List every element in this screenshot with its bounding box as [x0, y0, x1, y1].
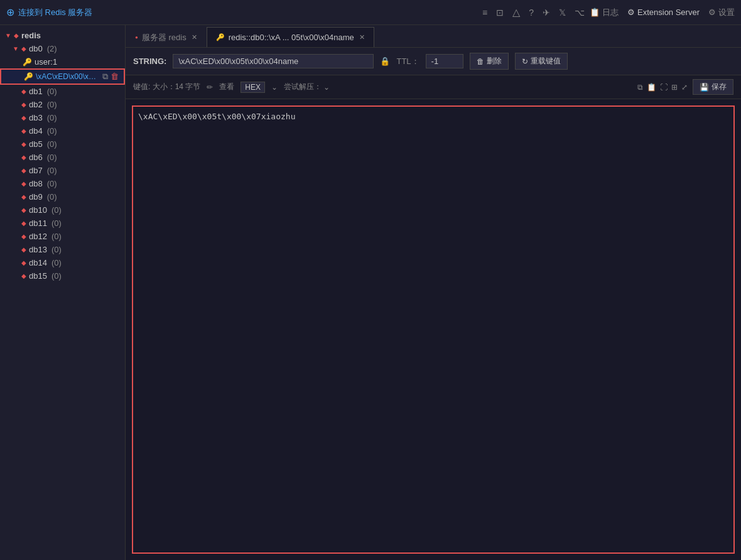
db-count: (0) [47, 100, 57, 109]
server-tab-label: 服务器 redis [142, 32, 187, 43]
db-label: db9 [29, 192, 43, 202]
sidebar-item-key-highlighted[interactable]: 🔑 \xAC\xED\x00\x05t\x00\x04nam ⧉ 🗑 [0, 68, 125, 85]
db-diamond-icon: ◆ [21, 259, 26, 266]
sidebar-item-db2[interactable]: ◆ db2 (0) [0, 98, 125, 111]
db-diamond-icon: ◆ [21, 167, 26, 174]
settings-button[interactable]: ⚙ 设置 [708, 7, 735, 18]
ttl-input[interactable] [426, 54, 463, 68]
toolbar-icon-group: ≡ ⊡ △ ? ✈ 𝕏 ⌥ [482, 6, 585, 18]
key-icon-user1: 🔑 [23, 58, 32, 67]
copy-key-icon[interactable]: ⧉ [102, 72, 108, 82]
tab-server[interactable]: ● 服务器 redis ✕ [126, 27, 207, 47]
sidebar-item-db6[interactable]: ◆ db6 (0) [0, 151, 125, 164]
key-info-bar: 键值: 大小：14 字节 ✏ 查看 HEX ⌄ 尝试解压： ⌄ ⧉ 📋 ⛶ ⊞ … [126, 75, 741, 99]
icon-group: ⧉ 📋 ⛶ ⊞ ⤢ [637, 83, 688, 92]
key-info-right: ⧉ 📋 ⛶ ⊞ ⤢ 💾 保存 [637, 79, 733, 95]
value-textarea[interactable]: \xAC\xED\x00\x05t\x00\x07xiaozhu [132, 105, 735, 554]
sidebar-item-db4[interactable]: ◆ db4 (0) [0, 124, 125, 137]
db-label: db10 [29, 205, 47, 215]
save-icon: 💾 [700, 83, 709, 92]
fullscreen-icon[interactable]: ⛶ [660, 83, 668, 92]
db0-label: db0 [29, 44, 43, 53]
delete-button[interactable]: 🗑 删除 [470, 53, 509, 70]
size-info: 键值: 大小：14 字节 [133, 82, 200, 92]
settings-label: 设置 [718, 7, 735, 18]
menu-icon[interactable]: ≡ [482, 8, 487, 18]
twitter-icon[interactable]: 𝕏 [559, 8, 566, 18]
view-hex[interactable]: HEX [241, 82, 265, 93]
sidebar-item-db14[interactable]: ◆ db14 (0) [0, 256, 125, 269]
sidebar-item-db12[interactable]: ◆ db12 (0) [0, 230, 125, 243]
extension-server-button[interactable]: ⚙ Extension Server [627, 8, 700, 17]
delete-icon: 🗑 [477, 57, 484, 66]
copy-value-icon[interactable]: ⧉ [637, 83, 643, 92]
sidebar-item-db0[interactable]: ▼ ◆ db0 (2) [0, 42, 125, 55]
db-count: (0) [47, 126, 57, 136]
sidebar-item-redis[interactable]: ▼ ◆ redis [0, 29, 125, 42]
lock-icon: 🔒 [380, 57, 390, 66]
toolbar: ⊕ 连接到 Redis 服务器 ≡ ⊡ △ ? ✈ 𝕏 ⌥ 📋 日志 ⚙ Ext… [0, 0, 741, 25]
edit-icon[interactable]: ✏ [207, 83, 213, 92]
log-button[interactable]: 📋 日志 [590, 7, 619, 18]
paste-icon[interactable]: 📋 [647, 83, 656, 92]
view-dropdown-icon[interactable]: ⌄ [271, 83, 278, 92]
sidebar-item-user1[interactable]: 🔑 user:1 [0, 55, 125, 68]
db-list: ◆ db1 (0) ◆ db2 (0) ◆ db3 (0) ◆ db4 (0) … [0, 85, 125, 283]
db-label: db11 [29, 218, 47, 228]
db-count: (0) [51, 271, 62, 281]
sidebar-item-db8[interactable]: ◆ db8 (0) [0, 177, 125, 190]
reload-button[interactable]: ↻ 重载键值 [515, 53, 568, 70]
extension-server-label: Extension Server [637, 8, 700, 17]
db-label: db15 [29, 271, 47, 281]
decompress-button[interactable]: 尝试解压： ⌄ [284, 82, 330, 92]
server-tab-close-icon[interactable]: ✕ [192, 33, 197, 41]
view-label: 查看 [219, 82, 234, 92]
warning-icon[interactable]: △ [512, 6, 520, 18]
key-tab-close-icon[interactable]: ✕ [359, 33, 365, 41]
github-icon[interactable]: ⌥ [575, 8, 585, 18]
server-tab-dot-icon: ● [135, 35, 138, 40]
delete-label: 删除 [487, 56, 502, 67]
db-label: db6 [29, 153, 43, 162]
key-tab-key-icon: 🔑 [216, 33, 225, 41]
connect-redis-button[interactable]: ⊕ 连接到 Redis 服务器 [6, 6, 92, 18]
db-diamond-icon: ◆ [21, 193, 26, 200]
connect-label: 连接到 Redis 服务器 [18, 7, 92, 18]
decompress-label: 尝试解压： [284, 82, 322, 92]
settings-icon: ⚙ [708, 8, 716, 17]
delete-key-icon[interactable]: 🗑 [111, 72, 119, 82]
another-icon[interactable]: ⊞ [671, 83, 678, 92]
sidebar-item-db13[interactable]: ◆ db13 (0) [0, 243, 125, 256]
sidebar-item-db1[interactable]: ◆ db1 (0) [0, 85, 125, 98]
db-count: (0) [51, 205, 62, 215]
db-count: (0) [47, 113, 57, 122]
sidebar-item-db9[interactable]: ◆ db9 (0) [0, 190, 125, 203]
sidebar-item-db15[interactable]: ◆ db15 (0) [0, 269, 125, 283]
sidebar-item-db3[interactable]: ◆ db3 (0) [0, 111, 125, 124]
sidebar-item-db5[interactable]: ◆ db5 (0) [0, 137, 125, 151]
log-label: 日志 [602, 7, 619, 18]
key-actions: ⧉ 🗑 [102, 72, 119, 82]
help-icon[interactable]: ? [529, 8, 534, 18]
db-diamond-icon: ◆ [21, 246, 26, 253]
sidebar-item-db7[interactable]: ◆ db7 (0) [0, 164, 125, 177]
key-label-highlighted: \xAC\xED\x00\x05t\x00\x04nam [36, 72, 100, 81]
sidebar-item-db10[interactable]: ◆ db10 (0) [0, 203, 125, 217]
expand-icon[interactable]: ⤢ [681, 83, 688, 92]
sidebar-item-db11[interactable]: ◆ db11 (0) [0, 217, 125, 230]
db-diamond-icon: ◆ [21, 114, 26, 121]
db0-arrow-icon: ▼ [13, 45, 19, 52]
db-label: db7 [29, 166, 43, 175]
redis-root-label: redis [21, 31, 41, 40]
db0-count: (2) [47, 44, 57, 53]
db-label: db4 [29, 126, 43, 136]
key-name-input[interactable] [173, 54, 374, 68]
tabs-bar: ● 服务器 redis ✕ 🔑 redis::db0::\xA ... 05t\… [126, 25, 741, 48]
sidebar: ▼ ◆ redis ▼ ◆ db0 (2) 🔑 user:1 🔑 \xAC\xE… [0, 25, 126, 560]
save-button[interactable]: 💾 保存 [693, 79, 733, 95]
telegram-icon[interactable]: ✈ [543, 8, 550, 18]
db-label: db3 [29, 113, 43, 122]
tab-key[interactable]: 🔑 redis::db0::\xA ... 05t\x00\x04name ✕ [207, 27, 374, 47]
layout-icon[interactable]: ⊡ [496, 8, 504, 18]
sidebar-root: ▼ ◆ redis ▼ ◆ db0 (2) 🔑 user:1 🔑 \xAC\xE… [0, 25, 125, 286]
